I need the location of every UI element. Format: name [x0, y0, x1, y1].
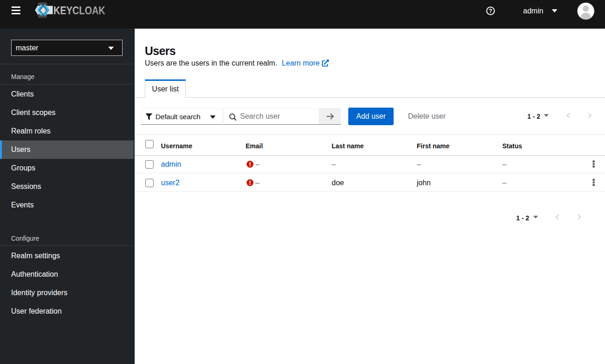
- svg-text:KEYCLOAK: KEYCLOAK: [54, 4, 106, 17]
- svg-text:?: ?: [489, 8, 492, 14]
